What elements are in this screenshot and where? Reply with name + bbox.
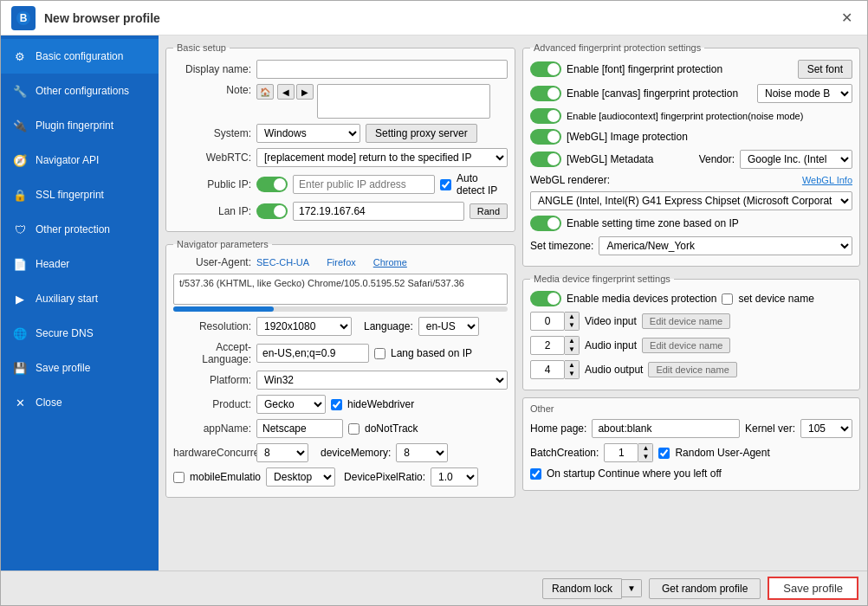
set-device-name-checkbox[interactable] bbox=[722, 293, 733, 305]
webrtc-select[interactable]: [replacement mode] return to the specifi… bbox=[256, 148, 508, 167]
timezone-select[interactable]: America/New_York bbox=[599, 236, 852, 255]
random-lock-button[interactable]: Random lock bbox=[542, 578, 622, 599]
canvas-noise-select[interactable]: Noise mode B bbox=[757, 84, 852, 103]
webgl-renderer-select[interactable]: ANGLE (Intel, Intel(R) G41 Express Chips… bbox=[530, 191, 852, 210]
video-spinner-down[interactable]: ▼ bbox=[565, 321, 579, 330]
sidebar-item-navigator-api[interactable]: 🧭 Navigator API bbox=[1, 143, 159, 177]
display-name-input[interactable]: Facebook bbox=[256, 60, 508, 79]
firefox-tab[interactable]: Firefox bbox=[327, 257, 356, 268]
lan-ip-toggle[interactable] bbox=[256, 203, 288, 219]
webgl-image-row: [WebGL] Image protection bbox=[530, 129, 852, 145]
appname-input[interactable] bbox=[256, 419, 343, 438]
sidebar-item-save-profile[interactable]: 💾 Save profile bbox=[1, 351, 159, 385]
save-icon: 💾 bbox=[11, 359, 29, 377]
timezone-toggle[interactable] bbox=[530, 216, 561, 231]
mobile-select[interactable]: Desktop bbox=[266, 467, 335, 487]
audio-input-down[interactable]: ▼ bbox=[565, 345, 579, 354]
batch-row: BatchCreation: ▲ ▼ Random User-Agent bbox=[530, 443, 852, 462]
audio-output-down[interactable]: ▼ bbox=[565, 370, 579, 378]
svg-text:B: B bbox=[20, 12, 28, 24]
batch-input[interactable] bbox=[604, 443, 638, 462]
resolution-select[interactable]: 1920x1080 bbox=[256, 317, 352, 336]
titlebar: B New browser profile ✕ bbox=[1, 1, 867, 35]
video-input-count[interactable] bbox=[530, 312, 565, 331]
canvas-toggle[interactable] bbox=[530, 86, 561, 101]
sidebar-item-ssl-fingerprint[interactable]: 🔒 SSL fingerprint bbox=[1, 177, 159, 212]
audiocontext-toggle[interactable] bbox=[530, 108, 561, 124]
mobile-emulation-checkbox[interactable] bbox=[173, 472, 185, 483]
sidebar-item-other-configurations[interactable]: 🔧 Other configurations bbox=[1, 74, 159, 108]
audio-input-count[interactable] bbox=[530, 336, 565, 355]
do-not-track-checkbox[interactable] bbox=[348, 423, 360, 435]
public-ip-input[interactable] bbox=[293, 175, 435, 194]
language-select[interactable]: en-US bbox=[418, 317, 479, 336]
video-edit-device-btn[interactable]: Edit device name bbox=[642, 313, 730, 329]
sidebar-item-plugin-fingerprint[interactable]: 🔌 Plugin fingerprint bbox=[1, 108, 159, 143]
audio-input-edit-btn[interactable]: Edit device name bbox=[642, 338, 730, 353]
device-memory-select[interactable]: 8 bbox=[396, 443, 448, 462]
setting-proxy-button[interactable]: Setting proxy server bbox=[366, 124, 477, 143]
sidebar-item-secure-dns[interactable]: 🌐 Secure DNS bbox=[1, 316, 159, 351]
hide-webdriver-checkbox[interactable] bbox=[331, 399, 342, 410]
auto-detect-checkbox[interactable] bbox=[440, 179, 451, 190]
other-section: Other Home page: Kernel ver: 105 BatchCr… bbox=[522, 397, 860, 491]
product-select[interactable]: Gecko bbox=[256, 395, 326, 414]
dpr-select[interactable]: 1.0 bbox=[431, 467, 478, 487]
sidebar-item-close[interactable]: ✕ Close bbox=[1, 385, 159, 420]
vendor-select[interactable]: Google Inc. (Intel bbox=[740, 150, 852, 169]
webgl-meta-toggle[interactable] bbox=[530, 152, 561, 167]
platform-select[interactable]: Win32 bbox=[256, 371, 508, 390]
system-select[interactable]: Windows bbox=[256, 124, 360, 143]
webgl-image-toggle[interactable] bbox=[530, 129, 561, 145]
set-font-button[interactable]: Set font bbox=[798, 60, 852, 79]
close-button[interactable]: ✕ bbox=[836, 8, 857, 29]
sidebar-item-header[interactable]: 📄 Header bbox=[1, 247, 159, 281]
lan-ip-input[interactable] bbox=[293, 202, 464, 221]
on-startup-checkbox[interactable] bbox=[530, 468, 541, 480]
note-home-btn[interactable]: 🏠 bbox=[256, 84, 274, 100]
mobile-row: mobileEmulatio Desktop DevicePixelRatio:… bbox=[173, 467, 508, 487]
audio-output-edit-btn[interactable]: Edit device name bbox=[648, 362, 736, 377]
sidebar-item-other-protection[interactable]: 🛡 Other protection bbox=[1, 212, 159, 247]
note-label: Note: bbox=[173, 84, 251, 96]
sidebar-label-close: Close bbox=[36, 396, 62, 409]
sidebar-label-ssl: SSL fingerprint bbox=[36, 189, 104, 201]
sec-ch-ua-tab[interactable]: SEC-CH-UA bbox=[256, 257, 309, 268]
save-profile-button[interactable]: Save profile bbox=[768, 577, 858, 600]
webgl-info-link[interactable]: WebGL Info bbox=[802, 175, 852, 185]
close-side-icon: ✕ bbox=[11, 394, 29, 411]
home-page-input[interactable] bbox=[592, 419, 740, 438]
note-textarea[interactable] bbox=[317, 84, 490, 119]
note-row: Note: 🏠 ◀ ▶ bbox=[173, 84, 508, 119]
sidebar-item-auxiliary-start[interactable]: ▶ Auxiliary start bbox=[1, 281, 159, 316]
accept-language-input[interactable] bbox=[256, 344, 369, 363]
font-row: Enable [font] fingerprint protection Set… bbox=[530, 60, 852, 79]
rand-button[interactable]: Rand bbox=[470, 203, 508, 219]
audio-output-count[interactable] bbox=[530, 360, 565, 379]
hide-webdriver-label: hideWebdriver bbox=[347, 398, 414, 410]
audio-output-up[interactable]: ▲ bbox=[565, 361, 579, 370]
note-right-btn[interactable]: ▶ bbox=[296, 84, 314, 100]
random-user-agent-checkbox[interactable] bbox=[658, 448, 670, 459]
accept-language-label: Accept-Language: bbox=[173, 341, 251, 365]
note-left-btn[interactable]: ◀ bbox=[277, 84, 295, 100]
public-ip-toggle[interactable] bbox=[256, 177, 288, 192]
header-icon: 📄 bbox=[11, 255, 29, 273]
audio-input-up[interactable]: ▲ bbox=[565, 337, 579, 345]
font-toggle[interactable] bbox=[530, 61, 561, 77]
lang-based-ip-checkbox[interactable] bbox=[374, 348, 385, 359]
chrome-tab[interactable]: Chrome bbox=[373, 257, 407, 268]
get-random-profile-button[interactable]: Get random profile bbox=[649, 578, 761, 599]
video-spinner-btns: ▲ ▼ bbox=[565, 312, 580, 331]
random-lock-arrow-btn[interactable]: ▼ bbox=[622, 579, 642, 597]
hardware-select[interactable]: 8 bbox=[256, 443, 308, 462]
media-enable-toggle[interactable] bbox=[530, 291, 561, 306]
batch-up[interactable]: ▲ bbox=[638, 444, 652, 453]
video-spinner-up[interactable]: ▲ bbox=[565, 313, 579, 321]
ua-scrollbar[interactable] bbox=[173, 306, 508, 312]
batch-spinner-btns: ▲ ▼ bbox=[638, 443, 653, 462]
startup-row: On startup Continue where you left off bbox=[530, 467, 852, 480]
sidebar-item-basic-configuration[interactable]: ⚙ Basic configuration bbox=[1, 39, 159, 74]
kernel-ver-select[interactable]: 105 bbox=[800, 419, 852, 438]
batch-down[interactable]: ▼ bbox=[638, 453, 652, 461]
